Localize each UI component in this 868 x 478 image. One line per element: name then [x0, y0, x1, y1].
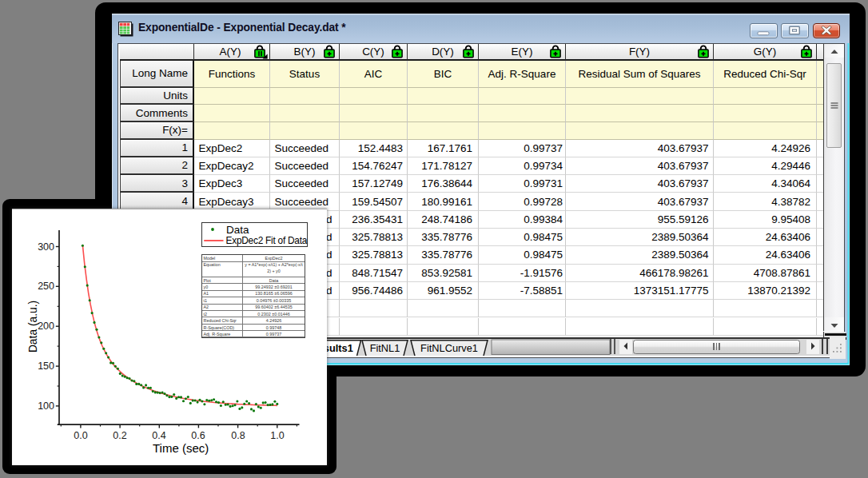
svg-text:FitNL1: FitNL1	[370, 342, 400, 354]
svg-text:FitNLCurve1: FitNLCurve1	[420, 342, 478, 354]
